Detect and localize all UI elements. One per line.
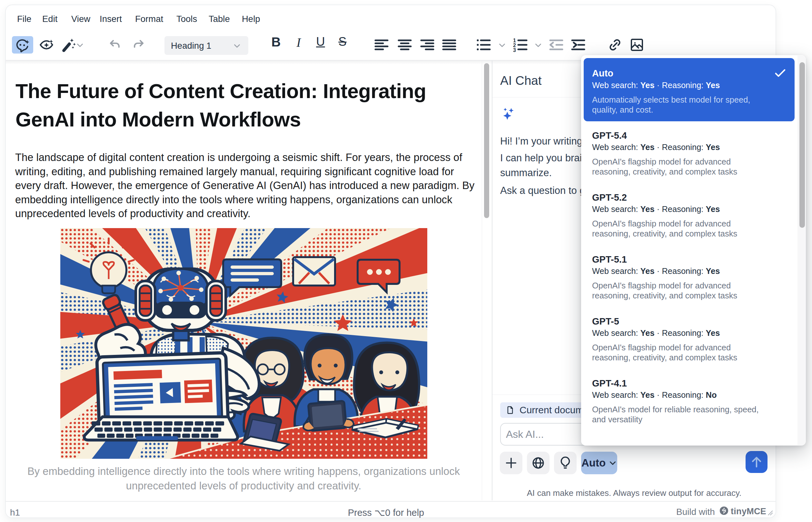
svg-text:3: 3 <box>513 47 516 53</box>
